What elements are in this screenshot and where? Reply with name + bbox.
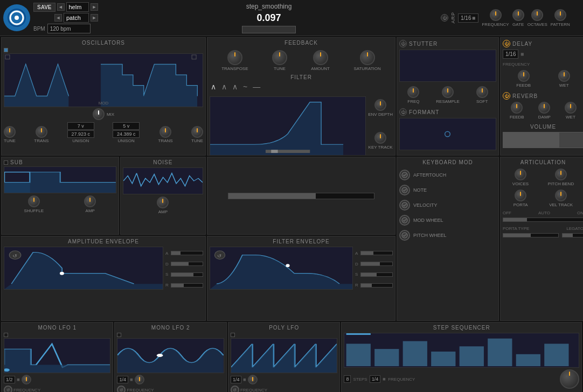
preset-parent-prev[interactable]: ◄ (57, 3, 65, 11)
lfo2-frequency-knob[interactable] (135, 375, 144, 384)
amp-release-letter: R (165, 283, 170, 288)
filter-attack-row: A (355, 251, 393, 256)
arp-power-button[interactable]: ⏻ (441, 14, 448, 22)
arp-gate-knob[interactable] (512, 9, 524, 21)
reverb-power-button[interactable]: ⏻ (503, 92, 510, 100)
vel-track-knob[interactable] (555, 190, 567, 201)
filter-shape-off[interactable]: — (252, 82, 261, 91)
bpm-input[interactable] (47, 24, 91, 33)
filter-display (210, 96, 366, 156)
amp-sustain-slider[interactable] (171, 272, 203, 277)
pitch-wheel-button[interactable] (399, 230, 410, 241)
filter-env-2-panel (207, 157, 395, 235)
osc-trans-knob[interactable] (36, 126, 47, 138)
voices-knob[interactable] (515, 169, 526, 180)
preset-parent-next[interactable]: ► (91, 3, 98, 11)
delay-frequency-display[interactable]: 1/16 (503, 50, 518, 59)
svg-rect-36 (488, 339, 512, 366)
filter-sustain-slider[interactable] (360, 272, 393, 277)
stutter-soft-knob[interactable] (476, 86, 488, 98)
sub-active-indicator[interactable] (4, 160, 8, 165)
poly-lfo-frequency-knob[interactable] (248, 375, 258, 384)
lfo2-display (117, 338, 224, 373)
osc-unison1-val3: 27.923 c (67, 130, 94, 138)
poly-lfo-indicator[interactable] (231, 333, 235, 337)
stutter-power-button[interactable]: ⏻ (399, 40, 407, 47)
osc-tune-knob[interactable] (4, 126, 16, 138)
lfo2-frequency-display[interactable]: 1/4 (117, 376, 128, 383)
velocity-button[interactable] (399, 200, 410, 211)
amount-knob[interactable] (313, 50, 328, 65)
poly-lfo-frequency-display[interactable]: 1/4 (231, 376, 242, 383)
filter-release-slider[interactable] (360, 283, 393, 288)
svg-rect-37 (516, 354, 540, 366)
key-track-knob[interactable] (374, 132, 386, 144)
preset-name-prev[interactable]: ◄ (54, 14, 62, 22)
save-button[interactable]: SAVE (33, 3, 55, 12)
amp-attack-slider[interactable] (171, 251, 203, 255)
note-button[interactable] (399, 185, 410, 195)
porta-type-slider[interactable] (503, 218, 583, 222)
pitch-bend-knob[interactable] (555, 169, 567, 180)
arp-pattern-knob[interactable] (554, 9, 566, 21)
porta-type-toggle-slider[interactable] (503, 233, 559, 237)
preset-name-next[interactable]: ► (91, 14, 98, 22)
poly-lfo-loop-button[interactable]: ↺ (231, 386, 239, 392)
filter-shape-lp[interactable]: ∧ (210, 82, 217, 91)
lfo1-loop-button[interactable]: ↺ (4, 386, 12, 392)
aftertouch-button[interactable] (399, 170, 410, 180)
osc-tune2-knob[interactable] (191, 126, 203, 138)
env-depth-knob[interactable] (374, 99, 386, 111)
osc1-active-indicator[interactable] (4, 48, 8, 52)
transpose-knob[interactable] (227, 50, 242, 65)
filter-attack-slider[interactable] (360, 251, 393, 255)
arp-octaves-knob[interactable] (531, 9, 543, 21)
lfo2-indicator[interactable] (117, 333, 121, 337)
mix-knob[interactable] (93, 108, 105, 120)
delay-feedb-knob[interactable] (518, 70, 530, 82)
sub-amp-knob[interactable] (84, 195, 96, 207)
reverb-feedb-knob[interactable] (511, 102, 523, 114)
reverb-damp-knob[interactable] (538, 102, 550, 114)
mod-wheel-button[interactable] (399, 215, 410, 226)
reverb-wet-knob[interactable] (565, 102, 577, 114)
saturation-knob[interactable] (360, 50, 375, 65)
delay-reverb-volume-panel: ⏻ DELAY 1/16 ◼ FREQUENCY FEEDB WET (500, 37, 583, 156)
volume-bar[interactable] (503, 132, 583, 148)
sub-shuffle-knob[interactable] (28, 195, 40, 207)
filter-shape-notch[interactable]: ~ (242, 82, 248, 91)
filter-decay-slider[interactable] (360, 262, 393, 266)
porta-knob[interactable] (515, 190, 526, 201)
stutter-freq-knob[interactable] (407, 86, 419, 98)
amp-decay-slider[interactable] (171, 262, 203, 266)
filter-cutoff-slider[interactable] (228, 193, 374, 199)
arp-gate-label: GATE (512, 22, 524, 27)
step-seq-steps-display[interactable]: 8 (344, 375, 351, 383)
lfo1-panel: MONO LFO 1 1/2 ◼ (1, 322, 113, 392)
arp-frequency-label: FREQUENCY (482, 22, 509, 27)
stutter-resample-knob[interactable] (442, 86, 454, 98)
filter-shape-bp[interactable]: ∧ (231, 82, 239, 91)
filter-shape-hp[interactable]: ∧ (220, 82, 228, 91)
amp-release-slider[interactable] (171, 283, 203, 288)
noise-amp-knob[interactable] (157, 197, 169, 208)
step-smoothing-bar[interactable] (242, 26, 296, 33)
legato-slider[interactable] (562, 233, 583, 237)
step-seq-frequency-display[interactable]: 1/4 (370, 375, 381, 383)
lfo1-indicator[interactable] (4, 333, 8, 337)
step-seq-large-knob[interactable] (560, 369, 579, 389)
delay-wet-knob[interactable] (558, 70, 570, 82)
delay-power-button[interactable]: ⏻ (503, 40, 510, 47)
arp-frequency-display[interactable]: 1/16 ◼ (458, 13, 478, 23)
feedback-tune-knob[interactable] (272, 50, 287, 65)
lfo1-frequency-display[interactable]: 1/2 (4, 376, 15, 383)
lfo2-loop-button[interactable]: ↺ (117, 386, 126, 392)
arp-frequency-knob[interactable] (490, 9, 502, 21)
step-smoothing-block: step_smoothing 0.097 (101, 3, 436, 33)
keyboard-mod-panel: KEYBOARD MOD AFTERTOUCH NOTE (397, 157, 499, 321)
filter-env-panel: FILTER ENVELOPE ↺ (207, 236, 395, 321)
lfo1-frequency-knob[interactable] (22, 375, 31, 384)
formant-power-button[interactable]: ⏻ (399, 108, 407, 116)
osc-trans2-knob[interactable] (159, 126, 171, 138)
svg-point-2 (15, 16, 19, 20)
